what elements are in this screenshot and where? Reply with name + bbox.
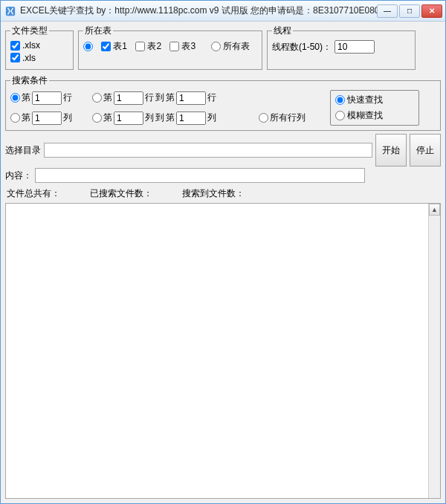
filetype-group: 文件类型 .xlsx .xls — [5, 25, 74, 70]
search-legend: 搜索条件 — [10, 74, 49, 87]
table3-checkbox[interactable]: 表3 — [169, 40, 195, 53]
directory-label: 选择目录 — [5, 144, 41, 157]
threads-label: 线程数(1-50)： — [272, 41, 332, 54]
row-single-input[interactable] — [32, 91, 62, 105]
threads-group: 线程 线程数(1-50)： — [267, 25, 416, 70]
top-row: 文件类型 .xlsx .xls 所在表 表1 表2 表3 所有表 线程 线程数(… — [5, 25, 441, 70]
col-range-option[interactable]: 第 列 到 第 列 — [92, 112, 254, 125]
app-icon — [5, 6, 16, 16]
results-area[interactable]: ▲ — [5, 203, 441, 499]
threads-input[interactable] — [334, 40, 375, 54]
fast-search-radio[interactable]: 快速查找 — [335, 94, 408, 106]
row-from-input[interactable] — [114, 91, 143, 105]
scroll-up-icon[interactable]: ▲ — [429, 204, 440, 216]
filetype-legend: 文件类型 — [10, 25, 49, 37]
content-input[interactable] — [35, 168, 365, 183]
xlsx-checkbox[interactable]: .xlsx — [10, 40, 40, 51]
status-found: 搜索到文件数： — [182, 187, 245, 200]
directory-input[interactable] — [44, 143, 372, 158]
tables-group: 所在表 表1 表2 表3 所有表 — [78, 25, 262, 70]
col-to-input[interactable] — [176, 112, 206, 125]
all-rowcol-option[interactable]: 所有行列 — [259, 112, 326, 124]
scrollbar[interactable]: ▲ — [428, 204, 440, 498]
col-single-input[interactable] — [32, 112, 62, 125]
window-title: EXCEL关键字查找 by：http://www.1118pc.com v9 试… — [20, 4, 377, 17]
client-area: 文件类型 .xlsx .xls 所在表 表1 表2 表3 所有表 线程 线程数(… — [1, 22, 445, 503]
minimize-button[interactable]: — — [377, 4, 398, 18]
single-col-option[interactable]: 第 列 — [10, 112, 88, 125]
col-from-input[interactable] — [114, 112, 143, 125]
titlebar: EXCEL关键字查找 by：http://www.1118pc.com v9 试… — [1, 1, 445, 22]
tables-legend: 所在表 — [83, 25, 113, 37]
all-tables-radio[interactable]: 所有表 — [211, 40, 250, 53]
single-row-option[interactable]: 第 行 — [10, 91, 88, 105]
tables-mode-select[interactable] — [83, 42, 93, 51]
fuzzy-search-radio[interactable]: 模糊查找 — [335, 109, 408, 122]
status-searched: 已搜索文件数： — [90, 187, 152, 200]
stop-button[interactable]: 停止 — [410, 134, 441, 167]
threads-legend: 线程 — [272, 25, 293, 37]
table2-checkbox[interactable]: 表2 — [135, 40, 161, 53]
maximize-button[interactable]: □ — [399, 4, 420, 18]
search-group: 搜索条件 第 行 第 行 到 第 行 — [5, 74, 441, 131]
table1-checkbox[interactable]: 表1 — [101, 40, 127, 53]
xls-checkbox[interactable]: .xls — [10, 53, 36, 63]
window-buttons: — □ ✕ — [377, 4, 442, 18]
close-button[interactable]: ✕ — [421, 4, 442, 18]
directory-row: 选择目录 开始 停止 — [5, 134, 441, 167]
row-range-option[interactable]: 第 行 到 第 行 — [92, 91, 254, 105]
status-total: 文件总共有： — [7, 187, 60, 200]
app-window: EXCEL关键字查找 by：http://www.1118pc.com v9 试… — [0, 0, 446, 504]
row-to-input[interactable] — [176, 91, 206, 105]
content-label: 内容： — [5, 169, 32, 182]
status-line: 文件总共有： 已搜索文件数： 搜索到文件数： — [5, 186, 441, 201]
start-button[interactable]: 开始 — [375, 134, 407, 167]
svg-rect-0 — [6, 6, 15, 15]
content-row: 内容： — [5, 168, 441, 183]
